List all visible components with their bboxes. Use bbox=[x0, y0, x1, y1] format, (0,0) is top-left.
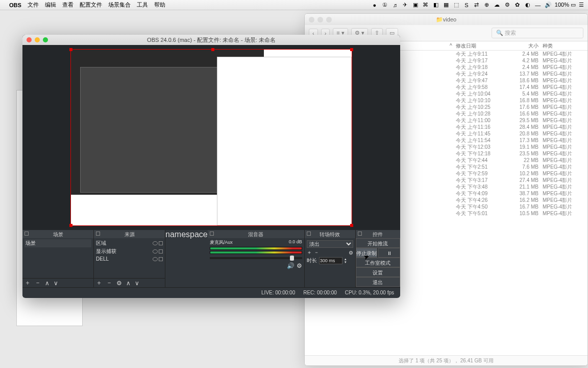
search-input[interactable]: 🔍 搜索 bbox=[492, 28, 583, 38]
mixer-track-name: 麦克风/Aux bbox=[210, 239, 233, 246]
tray-icon[interactable]: 🔊 bbox=[545, 2, 552, 9]
pause-record-button[interactable]: ⏸ bbox=[378, 248, 400, 258]
tray-icon[interactable]: ✈ bbox=[402, 2, 409, 9]
tray-icon[interactable]: ◧ bbox=[432, 2, 439, 9]
menubar: OBS 文件 编辑 查看 配置文件 场景集合 工具 帮助 ●①♬✈▣⌘◧▦⬚S⇄… bbox=[0, 0, 588, 10]
visibility-icon[interactable] bbox=[153, 241, 158, 245]
finder-titlebar[interactable]: 📁 video bbox=[305, 14, 587, 25]
tray-icon[interactable]: — bbox=[534, 2, 542, 9]
tray-icon[interactable]: ⌘ bbox=[422, 2, 429, 9]
remove-scene-button[interactable]: － bbox=[35, 279, 41, 287]
source-item[interactable]: 显示捕获 bbox=[96, 247, 163, 256]
obs-statusbar: LIVE: 00:00:00 REC: 00:00:00 CPU: 0.3%, … bbox=[22, 287, 400, 297]
menu-profile[interactable]: 配置文件 bbox=[80, 1, 102, 9]
duration-input[interactable] bbox=[319, 257, 342, 264]
folder-icon: 📁 bbox=[436, 16, 443, 23]
menu-help[interactable]: 帮助 bbox=[154, 1, 165, 9]
mixer-gear-icon[interactable]: ⚙ bbox=[297, 262, 302, 269]
studio-mode-button[interactable]: 工作室模式 bbox=[356, 258, 400, 267]
obs-panels: 场景 场景 ＋ － ∧ ∨ 来源 区域显示捕获DELL ＋ － ⚙ ∧ ∨ na… bbox=[22, 230, 400, 287]
finder-status: 选择了 1 项（共 25 项）， 26.41 GB 可用 bbox=[305, 355, 587, 365]
finder-title: video bbox=[443, 16, 456, 22]
scene-up-button[interactable]: ∧ bbox=[45, 280, 50, 287]
scenes-panel: 场景 场景 ＋ － ∧ ∨ bbox=[22, 230, 94, 287]
obs-window: OBS 24.0.6 (mac) - 配置文件: 未命名 - 场景: 未命名 场… bbox=[22, 35, 400, 298]
live-status: LIVE: 00:00:00 bbox=[261, 290, 295, 295]
vu-meter bbox=[210, 247, 302, 250]
tray-icon[interactable]: ▦ bbox=[443, 2, 450, 9]
tray-icon[interactable]: ✿ bbox=[514, 2, 521, 9]
trans-remove-button[interactable]: － bbox=[314, 249, 319, 256]
controls-panel: 控件 开始推流 停止录制 ⏸ 工作室模式 设置 退出 bbox=[356, 230, 400, 287]
cpu-status: CPU: 0.3%, 20.00 fps bbox=[345, 290, 394, 295]
source-gear-button[interactable]: ⚙ bbox=[116, 280, 122, 287]
col-kind[interactable]: 种类 bbox=[543, 42, 583, 50]
lock-icon[interactable] bbox=[159, 241, 163, 245]
obs-title: OBS 24.0.6 (mac) - 配置文件: 未命名 - 场景: 未命名 bbox=[147, 36, 276, 44]
speaker-icon[interactable]: 🔊 bbox=[287, 262, 295, 269]
menubar-right: ●①♬✈▣⌘◧▦⬚S⇄⊕☁⚙✿◐—🔊100% ▭☰ bbox=[371, 2, 584, 9]
minimize-icon bbox=[35, 37, 40, 42]
zoom-icon bbox=[43, 37, 48, 42]
trans-add-button[interactable]: ＋ bbox=[307, 249, 312, 256]
source-item[interactable]: DELL bbox=[96, 256, 163, 262]
trans-gear-button[interactable]: ⚙ bbox=[349, 250, 353, 256]
app-name[interactable]: OBS bbox=[9, 2, 21, 8]
transitions-panel: 转场特效 淡出 ＋ － ⚙ 时长 ▴▾ bbox=[305, 230, 356, 287]
tray-icon[interactable]: ⬚ bbox=[453, 2, 460, 9]
tray-icon[interactable]: ◐ bbox=[524, 2, 531, 9]
menu-edit[interactable]: 编辑 bbox=[45, 1, 56, 9]
menu-scenecol[interactable]: 场景集合 bbox=[108, 1, 131, 9]
rec-status: REC: 00:00:00 bbox=[303, 290, 337, 295]
tray-icon[interactable]: ● bbox=[371, 2, 378, 9]
preview-canvas[interactable] bbox=[70, 49, 352, 226]
tray-icon[interactable]: ▣ bbox=[412, 2, 419, 9]
menu-tools[interactable]: 工具 bbox=[137, 1, 148, 9]
sources-panel: 来源 区域显示捕获DELL ＋ － ⚙ ∧ ∨ bbox=[94, 230, 165, 287]
obs-titlebar[interactable]: OBS 24.0.6 (mac) - 配置文件: 未命名 - 场景: 未命名 bbox=[22, 35, 400, 45]
tray-icon[interactable]: ⇄ bbox=[473, 2, 480, 9]
tray-icon[interactable]: ① bbox=[381, 2, 388, 9]
menu-view[interactable]: 查看 bbox=[62, 1, 74, 9]
transition-select[interactable]: 淡出 bbox=[307, 240, 353, 248]
tray-icon[interactable]: S bbox=[463, 2, 470, 9]
tray-icon[interactable]: ⚙ bbox=[504, 2, 511, 9]
visibility-icon[interactable] bbox=[153, 257, 158, 261]
scene-item[interactable]: 场景 bbox=[24, 239, 91, 247]
mixer-panel: 混音器 麦克风/Aux 0.0 dB 🔊 ⚙ bbox=[208, 230, 305, 287]
duration-label: 时长 bbox=[307, 257, 317, 264]
start-stream-button[interactable]: 开始推流 bbox=[356, 238, 400, 248]
traffic-lights[interactable] bbox=[27, 37, 48, 42]
source-down-button[interactable]: ∨ bbox=[135, 280, 139, 287]
obs-preview[interactable] bbox=[22, 45, 400, 230]
mixer-db: 0.0 dB bbox=[289, 239, 302, 246]
settings-button[interactable]: 设置 bbox=[356, 267, 400, 277]
vu-meter bbox=[210, 251, 302, 254]
lock-icon[interactable] bbox=[159, 249, 163, 254]
volume-slider[interactable] bbox=[210, 257, 302, 259]
tray-icon[interactable]: ♬ bbox=[391, 2, 399, 9]
lock-icon[interactable] bbox=[159, 257, 163, 261]
col-date[interactable]: 修改日期 bbox=[456, 42, 512, 50]
add-scene-button[interactable]: ＋ bbox=[24, 279, 31, 287]
menu-file[interactable]: 文件 bbox=[28, 1, 39, 9]
visibility-icon[interactable] bbox=[153, 249, 158, 254]
source-item[interactable]: 区域 bbox=[96, 239, 163, 247]
scene-down-button[interactable]: ∨ bbox=[54, 280, 58, 287]
notification-icon[interactable]: ☰ bbox=[579, 2, 584, 8]
remove-source-button[interactable]: － bbox=[106, 279, 112, 287]
col-size[interactable]: 大小 bbox=[512, 42, 543, 50]
tray-icon[interactable]: ☁ bbox=[494, 2, 501, 9]
source-up-button[interactable]: ∧ bbox=[126, 280, 131, 287]
battery-indicator[interactable]: 100% ▭ bbox=[555, 2, 576, 8]
exit-button[interactable]: 退出 bbox=[356, 277, 400, 287]
add-source-button[interactable]: ＋ bbox=[96, 279, 102, 287]
stop-record-button[interactable]: 停止录制 bbox=[356, 248, 378, 258]
close-icon bbox=[27, 37, 32, 42]
tray-icon[interactable]: ⊕ bbox=[483, 2, 491, 9]
